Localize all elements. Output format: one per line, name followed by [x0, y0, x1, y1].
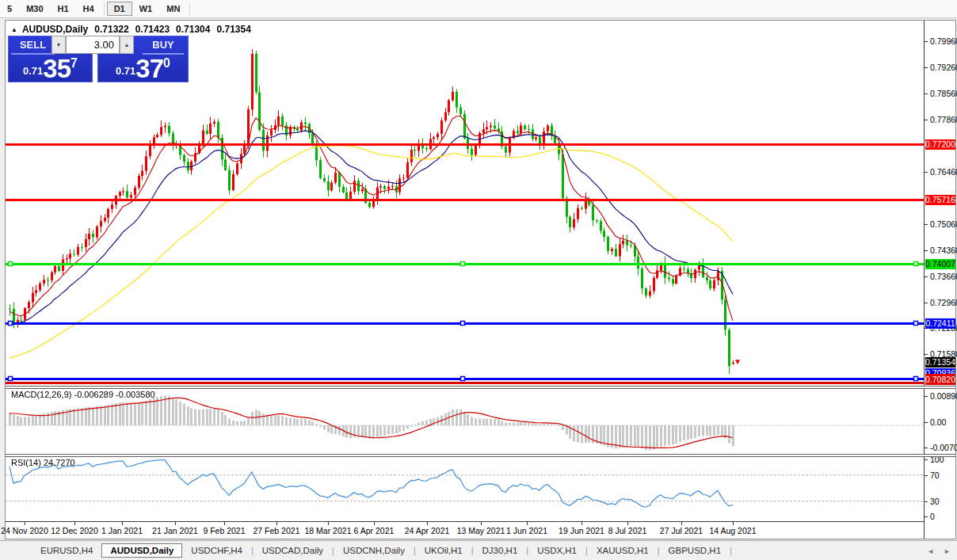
- date-axis-tick: [681, 522, 682, 525]
- price-axis-tick: [925, 276, 928, 277]
- macd-scale-label: 0.00: [930, 417, 946, 427]
- price-axis-tick: [925, 516, 928, 517]
- timeframe-button-m30[interactable]: M30: [19, 2, 50, 16]
- price-axis-tick: [925, 120, 928, 120]
- rsi-scale-label: 0: [930, 512, 935, 521]
- toolbar-separator: [104, 2, 105, 15]
- price-tick-label: 0.79960: [930, 36, 957, 46]
- price-tick-label: 0.76460: [930, 167, 957, 177]
- price-axis[interactable]: 0.799600.792600.785600.778600.764600.750…: [924, 21, 955, 539]
- volume-increase-button[interactable]: ▲: [120, 36, 134, 54]
- rsi-scale-label: 70: [930, 470, 940, 480]
- macd-panel-separator[interactable]: [6, 386, 955, 389]
- rsi-indicator-label: RSI(14) 24.7270: [11, 458, 75, 467]
- date-axis-tick: [581, 522, 582, 525]
- timeframe-button-h1[interactable]: H1: [51, 2, 76, 16]
- macd-scale-label: 0.008904: [930, 391, 957, 401]
- volume-input[interactable]: [66, 36, 120, 54]
- price-tick-label: 0.73660: [930, 272, 957, 281]
- tab-scroll-controls: ◄ ►: [927, 541, 951, 560]
- chart-tab-gbpusd-h1[interactable]: GBPUSD,H1: [660, 543, 730, 558]
- volume-control: ▼ ▲: [51, 36, 134, 55]
- chart-tab-audusd-daily[interactable]: AUDUSD,Daily: [101, 543, 182, 558]
- chart-tab-ukoil-h1[interactable]: UKOil,H1: [416, 543, 471, 558]
- chart-tab-usdchf-h4[interactable]: USDCHF,H4: [182, 543, 251, 558]
- date-axis-tick: [224, 522, 225, 525]
- date-axis-tick: [175, 522, 176, 525]
- level-price-label: 0.72411: [925, 318, 955, 329]
- chart-tab-xauusd-h1[interactable]: XAUUSD,H1: [588, 543, 658, 558]
- sell-price-point: 7: [71, 56, 78, 70]
- date-axis-tick: [25, 522, 25, 525]
- price-tick-label: 0.77860: [930, 115, 957, 124]
- current-price-label: 0.71354: [925, 357, 955, 368]
- sell-button-label: SELL: [11, 37, 55, 55]
- ohlc-open-value: 0.71322: [94, 24, 128, 35]
- scroll-tabs-left-button[interactable]: ◄: [927, 547, 934, 555]
- timeframe-button-h4[interactable]: H4: [76, 2, 101, 16]
- triangle-down-icon: ▼: [56, 42, 62, 48]
- tab-divider: |: [730, 546, 732, 555]
- price-axis-tick: [925, 250, 928, 251]
- buy-price-pips: 37: [135, 56, 163, 81]
- chart-ohlc-header: ▲ AUDUSD,Daily 0.71322 0.71423 0.71304 0…: [11, 24, 251, 35]
- price-axis-tick: [925, 501, 928, 502]
- price-tick-label: 0.72960: [930, 298, 957, 307]
- price-tick-label: 0.78560: [930, 89, 957, 98]
- sell-price-pips: 35: [43, 56, 71, 81]
- volume-decrease-button[interactable]: ▼: [51, 36, 66, 54]
- price-tick-label: 0.75060: [930, 219, 957, 229]
- one-click-trading-panel: SELL 0.71357 ▼ ▲ BUY 0.71370: [8, 36, 189, 82]
- ohlc-close-value: 0.71354: [216, 24, 250, 35]
- timeframe-button-w1[interactable]: W1: [132, 2, 160, 16]
- chart-tab-eurusd-h4[interactable]: EURUSD,H4: [32, 543, 101, 558]
- chart-tab-dj30-h1[interactable]: DJ30,H1: [474, 543, 527, 558]
- price-tick-label: 0.79260: [930, 63, 957, 72]
- date-axis-tick: [122, 522, 123, 525]
- price-axis-tick: [925, 41, 928, 42]
- macd-scale-label: -0.007011: [930, 443, 957, 452]
- date-axis-tick: [276, 522, 277, 525]
- chart-tab-usdcnh-daily[interactable]: USDCNH,Daily: [334, 543, 414, 558]
- price-axis-tick: [925, 303, 928, 303]
- price-axis-tick: [925, 396, 928, 397]
- chart-tab-usdcad-daily[interactable]: USDCAD,Daily: [254, 543, 332, 558]
- toolbar-separator: [189, 2, 190, 15]
- buy-price-point: 0: [163, 56, 170, 70]
- price-axis-tick: [925, 224, 928, 225]
- date-axis[interactable]: 24 Nov 202012 Dec 20201 Jan 202121 Jan 2…: [6, 521, 924, 538]
- price-axis-tick: [925, 448, 928, 448]
- timeframe-button-5[interactable]: 5: [0, 2, 19, 16]
- buy-price-integer: 0.71: [116, 65, 135, 81]
- rsi-panel-separator[interactable]: [6, 454, 955, 457]
- date-axis-tick: [427, 522, 428, 525]
- scroll-tabs-right-button[interactable]: ►: [944, 547, 951, 555]
- rsi-scale-label: 30: [930, 497, 940, 506]
- macd-indicator-label: MACD(12,26,9) -0.006289 -0.003580: [11, 390, 155, 399]
- mt4-application: 5M30H1H4D1W1MN ▲ AUDUSD,Daily 0.71322 0.…: [0, 0, 957, 560]
- collapse-triangle-icon[interactable]: ▲: [11, 26, 17, 33]
- date-axis-tick: [74, 522, 75, 525]
- price-axis-tick: [925, 93, 928, 94]
- date-axis-tick: [627, 522, 628, 525]
- date-axis-tick: [527, 522, 528, 525]
- buy-price: 0.71370: [98, 55, 188, 81]
- ohlc-high-value: 0.71423: [135, 24, 170, 35]
- triangle-up-icon: ▲: [124, 42, 130, 48]
- chart-tab-usdx-h1[interactable]: USDX,H1: [528, 543, 585, 558]
- level-price-label: 0.74007: [925, 259, 955, 269]
- price-chart-canvas[interactable]: [6, 21, 924, 521]
- sell-price: 0.71357: [9, 55, 92, 81]
- price-axis-tick: [925, 354, 928, 355]
- price-axis-tick: [925, 67, 928, 68]
- timeframe-button-d1[interactable]: D1: [107, 2, 132, 16]
- price-tick-label: 0.74360: [930, 246, 957, 255]
- date-axis-tick: [374, 522, 375, 525]
- timeframe-button-mn[interactable]: MN: [159, 2, 187, 16]
- date-axis-tick: [328, 522, 329, 525]
- price-axis-tick: [925, 475, 928, 476]
- price-axis-tick: [925, 172, 928, 173]
- level-price-label: 0.70820: [925, 374, 955, 385]
- price-axis-tick: [925, 422, 928, 423]
- level-price-label: 0.75716: [925, 195, 955, 205]
